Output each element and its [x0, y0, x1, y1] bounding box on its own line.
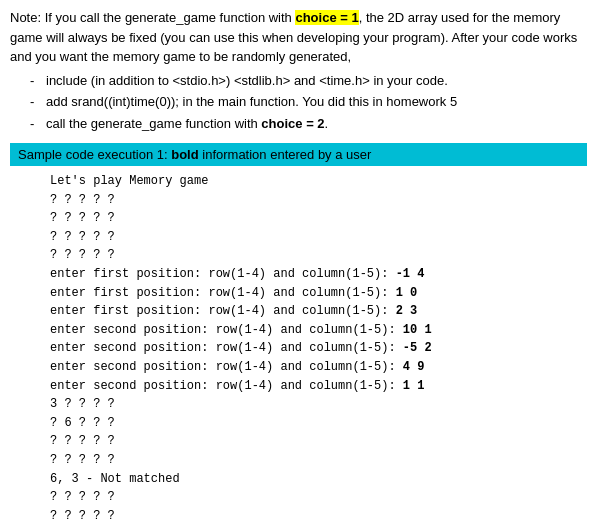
bullet-1-text: include (in addition to <stdio.h>) <stdl…: [46, 73, 448, 88]
highlight-choice: choice = 1: [295, 10, 358, 25]
bullet-3-text: call the generate_game function with cho…: [46, 116, 328, 131]
header-prefix: Sample code execution 1:: [18, 147, 171, 162]
bullet-2-text: add srand((int)time(0)); in the main fun…: [46, 94, 457, 109]
header-bold: bold: [171, 147, 198, 162]
code-line: enter first position: row(1-4) and colum…: [50, 265, 587, 284]
code-line: enter second position: row(1-4) and colu…: [50, 377, 587, 396]
bullet-list: include (in addition to <stdio.h>) <stdl…: [30, 71, 587, 134]
header-suffix: information entered by a user: [199, 147, 372, 162]
note-prefix: Note: If you call the generate_game func…: [10, 10, 295, 25]
code-line: enter second position: row(1-4) and colu…: [50, 321, 587, 340]
code-line: ? ? ? ? ?: [50, 191, 587, 210]
bullet-item-3: call the generate_game function with cho…: [30, 114, 587, 134]
code-line: ? ? ? ? ?: [50, 228, 587, 247]
code-line: ? 6 ? ? ?: [50, 414, 587, 433]
bullet-item-1: include (in addition to <stdio.h>) <stdl…: [30, 71, 587, 91]
code-block: Let's play Memory game ? ? ? ? ? ? ? ? ?…: [10, 172, 587, 527]
code-line: ? ? ? ? ?: [50, 451, 587, 470]
code-line: 6, 3 - Not matched: [50, 470, 587, 489]
section-header: Sample code execution 1: bold informatio…: [10, 143, 587, 166]
code-line: enter first position: row(1-4) and colum…: [50, 284, 587, 303]
code-line: ? ? ? ? ?: [50, 432, 587, 451]
bullet-item-2: add srand((int)time(0)); in the main fun…: [30, 92, 587, 112]
code-line: enter second position: row(1-4) and colu…: [50, 339, 587, 358]
code-line: ? ? ? ? ?: [50, 488, 587, 507]
code-line: ? ? ? ? ?: [50, 209, 587, 228]
code-line: enter first position: row(1-4) and colum…: [50, 302, 587, 321]
code-line: ? ? ? ? ?: [50, 507, 587, 526]
code-line: 3 ? ? ? ?: [50, 395, 587, 414]
code-line: Let's play Memory game: [50, 172, 587, 191]
code-line: ? ? ? ? ?: [50, 246, 587, 265]
code-line: enter second position: row(1-4) and colu…: [50, 358, 587, 377]
note-text: Note: If you call the generate_game func…: [10, 8, 587, 67]
note-section: Note: If you call the generate_game func…: [10, 8, 587, 133]
